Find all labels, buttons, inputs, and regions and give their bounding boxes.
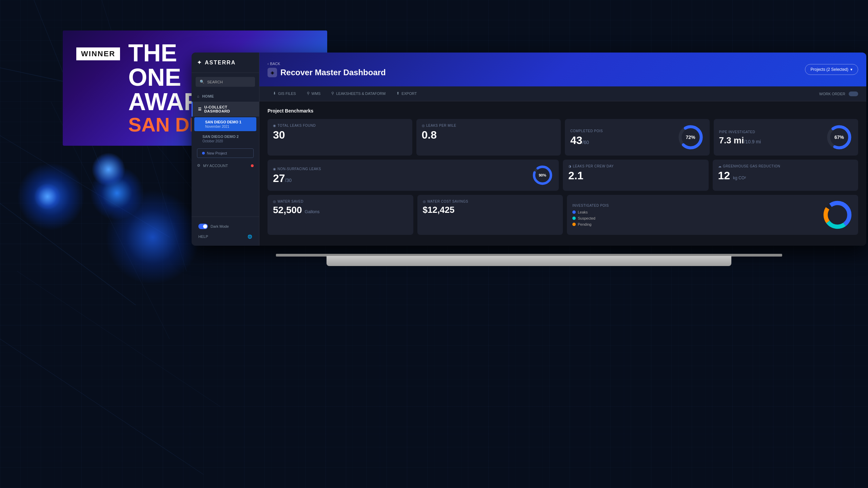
water-saved-icon: ◎ <box>273 200 276 203</box>
account-notification-dot <box>251 164 254 167</box>
logo: ✦ ASTERRA <box>197 59 254 66</box>
card-leaks-per-mile: ◎ Leaks per Mile 0.8 <box>416 119 561 156</box>
dark-mode-switch[interactable] <box>198 224 208 229</box>
home-icon: ⌂ <box>197 94 199 98</box>
completed-pois-label: Completed POIs <box>570 129 603 133</box>
water-cost-icon: ◎ <box>423 200 426 203</box>
leaks-per-mile-label: ◎ Leaks per Mile <box>422 124 556 127</box>
export-label: EXPORT <box>401 92 417 96</box>
header-bar: ‹ BACK ◈ Recover Master Dashboard Projec… <box>259 53 866 86</box>
ucollect-icon: ☰ <box>198 107 202 111</box>
my-account-item[interactable]: ⚙ MY ACCOUNT <box>192 161 259 170</box>
new-project-dot-icon <box>202 152 205 155</box>
projects-button[interactable]: Projects (2 Selected) ▾ <box>805 64 858 75</box>
non-surfacing-icon: ◉ <box>273 167 276 171</box>
leaks-legend-dot <box>572 210 576 214</box>
new-project-label: New Project <box>207 151 227 155</box>
greenhouse-icon: ☁ <box>718 164 722 168</box>
sidebar-logo: ✦ ASTERRA <box>192 53 259 73</box>
sidebar-subitem-date-1: November 2021 <box>205 125 251 128</box>
dark-mode-toggle[interactable]: Dark Mode <box>196 221 255 232</box>
globe-icon[interactable]: 🌐 <box>248 235 252 239</box>
gis-label: GIS FILES <box>278 92 296 96</box>
logo-star-icon: ✦ <box>197 59 202 66</box>
poi-legend: Leaks Suspected Pending <box>572 210 609 226</box>
sidebar-subitem-date-2: October 2020 <box>202 139 254 143</box>
non-surfacing-label: ◉ Non-Surfacing Leaks <box>273 167 321 171</box>
logo-label: ASTERRA <box>205 60 236 66</box>
metrics-row-2: ◉ Non-Surfacing Leaks 27/30 <box>268 160 858 191</box>
winner-badge: WINNER <box>76 47 120 60</box>
new-project-button[interactable]: New Project <box>197 148 254 158</box>
pipe-investigated-value: 7.3 mi/10.9 mi <box>719 136 761 145</box>
dark-mode-label: Dark Mode <box>211 224 229 228</box>
sidebar-subitem-san-diego-2[interactable]: SAN DIEGO DEMO 2 October 2020 <box>192 132 259 146</box>
card-water-cost: ◎ Water Cost Savings $12,425 <box>417 195 563 235</box>
leaks-legend-label: Leaks <box>578 210 588 214</box>
export-icon: ⬆ <box>396 91 399 96</box>
benchmarks-title: Project Benchmarks <box>268 108 858 114</box>
sidebar-item-ucollect-label: U-COLLECT DASHBOARD <box>204 105 254 113</box>
laptop-screen: ✦ ASTERRA 🔍 SEARCH ⌂ HOME ☰ U-COLLECT DA… <box>192 53 866 246</box>
help-label[interactable]: HELP <box>198 235 208 239</box>
search-icon: 🔍 <box>200 80 204 84</box>
help-row: HELP 🌐 <box>196 232 255 242</box>
map-circle-5 <box>34 183 61 210</box>
wms-label: WMS <box>312 92 321 96</box>
map-circle-3 <box>105 190 200 285</box>
page-title: Recover Master Dashboard <box>280 68 386 77</box>
pipe-investigated-donut: 67% <box>826 124 853 151</box>
tab-gis-files[interactable]: ⬇ GIS FILES <box>268 86 301 101</box>
poi-legend-pending: Pending <box>572 222 609 226</box>
dashboard-content: Project Benchmarks ◉ Total Leaks Found 3… <box>259 101 866 246</box>
leaksheets-label: LEAKSHEETS & DATAFORM <box>336 92 386 96</box>
back-link[interactable]: ‹ BACK <box>268 62 386 66</box>
card-non-surfacing: ◉ Non-Surfacing Leaks 27/30 <box>268 160 559 191</box>
water-saved-value: 52,500 Gallons <box>273 205 408 215</box>
completed-pois-value: 43/60 <box>570 135 603 146</box>
toolbar: ⬇ GIS FILES ⚲ WMS ⚲ LEAKSHEETS & DATAFOR… <box>259 86 866 101</box>
leaks-per-mile-icon: ◎ <box>422 124 425 127</box>
search-label: SEARCH <box>207 80 223 84</box>
recover-icon: ◈ <box>268 68 277 77</box>
search-box[interactable]: 🔍 SEARCH <box>196 77 255 87</box>
card-leaks-crew-day: ◑ Leaks per Crew Day 2.1 <box>563 160 709 191</box>
tab-leaksheets[interactable]: ⚲ LEAKSHEETS & DATAFORM <box>326 86 391 101</box>
sidebar-footer: Dark Mode HELP 🌐 <box>192 217 259 246</box>
pipe-investigated-pct: 67% <box>834 135 844 140</box>
poi-legend-leaks: Leaks <box>572 210 609 214</box>
leaks-crew-day-value: 2.1 <box>568 170 703 181</box>
total-leaks-label: ◉ Total Leaks Found <box>273 124 407 127</box>
investigated-pois-donut <box>822 200 853 230</box>
pipe-investigated-label: Pipe Investigated <box>719 130 761 134</box>
tab-export[interactable]: ⬆ EXPORT <box>391 86 422 101</box>
map-circle-4 <box>92 152 125 186</box>
back-chevron-icon: ‹ <box>268 62 269 66</box>
card-investigated-pois: Investigated POIs Leaks Suspected <box>567 195 858 235</box>
work-order-label: WORK ORDER <box>819 92 845 96</box>
metrics-row-3: ◎ Water Saved 52,500 Gallons ◎ Water Cos… <box>268 195 858 235</box>
sidebar-item-home[interactable]: ⌂ HOME <box>192 91 259 102</box>
sidebar-item-home-label: HOME <box>202 94 214 98</box>
header-title-row: ◈ Recover Master Dashboard <box>268 68 386 77</box>
tab-wms[interactable]: ⚲ WMS <box>301 86 326 101</box>
sidebar-subitem-san-diego-1[interactable]: SAN DIEGO DEMO 1 November 2021 <box>194 117 256 131</box>
projects-chevron-icon: ▾ <box>850 67 852 72</box>
toggle-knob <box>203 224 207 228</box>
non-surfacing-value: 27/30 <box>273 173 321 184</box>
non-surfacing-pct: 90% <box>539 173 546 177</box>
my-account-label: MY ACCOUNT <box>203 164 228 168</box>
sidebar: ✦ ASTERRA 🔍 SEARCH ⌂ HOME ☰ U-COLLECT DA… <box>192 53 259 246</box>
header-left: ‹ BACK ◈ Recover Master Dashboard <box>268 62 386 77</box>
gis-icon: ⬇ <box>273 91 276 96</box>
settings-icon: ⚙ <box>197 163 200 168</box>
investigated-pois-label: Investigated POIs <box>572 204 609 207</box>
leaksheets-icon: ⚲ <box>331 91 334 96</box>
work-order-toggle[interactable] <box>849 92 858 96</box>
sidebar-item-ucollect[interactable]: ☰ U-COLLECT DASHBOARD <box>192 102 259 117</box>
metrics-row-1: ◉ Total Leaks Found 30 ◎ Leaks per Mile … <box>268 119 858 156</box>
back-text: BACK <box>270 62 280 66</box>
laptop-base <box>327 256 731 266</box>
water-cost-label: ◎ Water Cost Savings <box>423 200 558 203</box>
card-water-saved: ◎ Water Saved 52,500 Gallons <box>268 195 413 235</box>
